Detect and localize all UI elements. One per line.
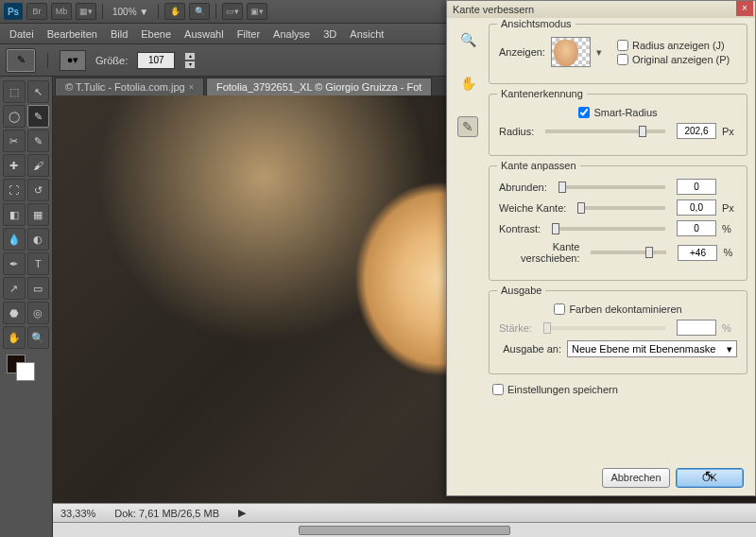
view-thumbnail[interactable]	[551, 37, 591, 67]
smart-radius-checkbox[interactable]: Smart-Radius	[578, 107, 657, 118]
dropdown-value: Neue Ebene mit Ebenenmaske	[572, 343, 715, 355]
menu-analyse[interactable]: Analyse	[273, 28, 310, 40]
menu-filter[interactable]: Filter	[237, 28, 260, 40]
shape-tool[interactable]: ▭	[27, 277, 50, 300]
menu-datei[interactable]: Datei	[9, 28, 34, 40]
screen-mode-button[interactable]: ▣▾	[247, 3, 267, 20]
hand-tool[interactable]: ✋	[3, 326, 26, 349]
zoom-display[interactable]: 100% ▼	[109, 7, 152, 17]
size-stepper[interactable]: ▴▾	[184, 52, 196, 69]
dodge-tool[interactable]: ◐	[27, 228, 50, 251]
adjust-edge-group: Kante anpassen Abrunden: Weiche Kante: P…	[489, 165, 747, 281]
decontaminate-checkbox[interactable]: Farben dekontaminieren	[554, 303, 681, 315]
feather-label: Weiche Kante:	[499, 202, 566, 214]
cursor-icon: ↖	[704, 467, 715, 482]
cancel-button[interactable]: Abbrechen	[602, 468, 670, 488]
close-icon[interactable]: ×	[189, 82, 194, 92]
stamp-tool[interactable]: ⛶	[3, 179, 26, 201]
document-tab[interactable]: © T.Tulic - Fotolia.com.jpg ×	[55, 78, 204, 95]
feather-slider[interactable]	[577, 206, 665, 210]
unit-label: %	[722, 322, 737, 334]
output-dropdown[interactable]: Neue Ebene mit Ebenenmaske ▾	[567, 340, 737, 357]
pen-tool[interactable]: ✒	[3, 252, 26, 275]
refine-brush-icon[interactable]: ✎	[457, 116, 478, 137]
menu-auswahl[interactable]: Auswahl	[184, 28, 224, 40]
group-legend: Kante anpassen	[497, 160, 580, 171]
show-radius-checkbox[interactable]: Radius anzeigen (J)	[617, 40, 730, 51]
menu-ebene[interactable]: Ebene	[141, 28, 171, 40]
menu-3d[interactable]: 3D	[323, 28, 336, 40]
minibridge-button[interactable]: Mb	[51, 3, 72, 20]
feather-input[interactable]	[677, 199, 716, 216]
unit-label: Px	[722, 126, 737, 137]
type-tool[interactable]: T	[27, 252, 50, 275]
background-swatch[interactable]	[16, 362, 35, 381]
size-input[interactable]	[137, 52, 175, 69]
gradient-tool[interactable]: ▦	[27, 203, 50, 226]
move-tool[interactable]: ↖	[27, 80, 50, 103]
shift-slider[interactable]	[591, 251, 666, 254]
path-tool[interactable]: ↗	[3, 277, 26, 300]
chevron-right-icon[interactable]: ▶	[238, 507, 246, 519]
show-original-checkbox[interactable]: Original anzeigen (P)	[617, 54, 730, 65]
shift-input[interactable]	[678, 245, 717, 261]
brush-adjust-icon: ✎	[17, 54, 26, 66]
arrange-button[interactable]: ▭▾	[222, 3, 243, 20]
show-label: Anzeigen:	[499, 46, 545, 58]
hand-button[interactable]: ✋	[164, 3, 185, 20]
zoom-tool-icon[interactable]: 🔍	[457, 29, 478, 50]
horizontal-scrollbar[interactable]	[53, 522, 756, 537]
hand-tool-icon[interactable]: ✋	[457, 73, 478, 94]
brush-tool[interactable]: 🖌	[27, 154, 50, 177]
chevron-down-icon[interactable]: ▾	[596, 46, 602, 59]
radius-slider[interactable]	[545, 130, 665, 133]
contrast-label: Kontrast:	[499, 223, 541, 234]
quick-selection-tool[interactable]: ⬚	[3, 80, 26, 103]
color-swatches[interactable]	[3, 355, 49, 385]
close-button[interactable]: ×	[736, 1, 753, 16]
contrast-slider[interactable]	[552, 227, 665, 231]
remember-settings-checkbox[interactable]: Einstellungen speichern	[492, 384, 747, 395]
group-legend: Ansichtsmodus	[497, 18, 576, 29]
separator	[215, 4, 216, 19]
document-tab[interactable]: Fotolia_3792651_XL © Giorgio Gruizza - F…	[206, 78, 432, 95]
scroll-thumb[interactable]	[299, 526, 509, 535]
history-brush-tool[interactable]: ↺	[27, 179, 50, 201]
menu-ansicht[interactable]: Ansicht	[350, 28, 384, 40]
3d-camera-tool[interactable]: ◎	[27, 302, 50, 324]
menu-bearbeiten[interactable]: Bearbeiten	[47, 28, 97, 40]
tab-label: © T.Tulic - Fotolia.com.jpg	[65, 81, 185, 93]
amount-input	[677, 320, 716, 336]
document-size[interactable]: Dok: 7,61 MB/26,5 MB	[114, 508, 219, 519]
view-extras-button[interactable]: ▦▾	[76, 3, 96, 20]
lasso-tool[interactable]: ◯	[3, 105, 26, 128]
bridge-button[interactable]: Br	[26, 3, 47, 20]
contrast-input[interactable]	[677, 220, 716, 236]
brush-preview[interactable]: ●▾	[60, 50, 86, 71]
app-icon: Ps	[4, 3, 23, 20]
tab-label: Fotolia_3792651_XL © Giorgio Gruizza - F…	[216, 81, 421, 93]
radius-input[interactable]	[677, 123, 716, 139]
blur-tool[interactable]: 💧	[3, 228, 26, 251]
magic-wand-tool[interactable]: ✎	[27, 105, 50, 128]
output-group: Ausgabe Farben dekontaminieren Stärke: %…	[489, 290, 747, 374]
3d-tool[interactable]: ⬣	[3, 302, 26, 324]
healing-tool[interactable]: ✚	[3, 154, 26, 177]
unit-label: %	[723, 247, 737, 258]
group-legend: Kantenerkennung	[497, 88, 587, 99]
smooth-slider[interactable]	[558, 185, 665, 189]
separator	[158, 4, 159, 19]
view-mode-group: Ansichtsmodus Anzeigen: ▾ Radius anzeige…	[489, 24, 747, 84]
zoom-button[interactable]: 🔍	[189, 3, 210, 20]
zoom-tool[interactable]: 🔍	[27, 326, 50, 349]
menu-bild[interactable]: Bild	[111, 28, 128, 40]
radius-label: Radius:	[499, 126, 534, 137]
amount-slider	[543, 326, 665, 330]
eyedropper-tool[interactable]: ✎	[27, 130, 50, 152]
smooth-input[interactable]	[677, 179, 716, 195]
crop-tool[interactable]: ✂	[3, 130, 26, 152]
eraser-tool[interactable]: ◧	[3, 203, 26, 226]
current-tool-icon[interactable]: ✎	[6, 48, 36, 73]
zoom-percentage[interactable]: 33,33%	[60, 508, 95, 519]
unit-label: %	[722, 223, 737, 234]
